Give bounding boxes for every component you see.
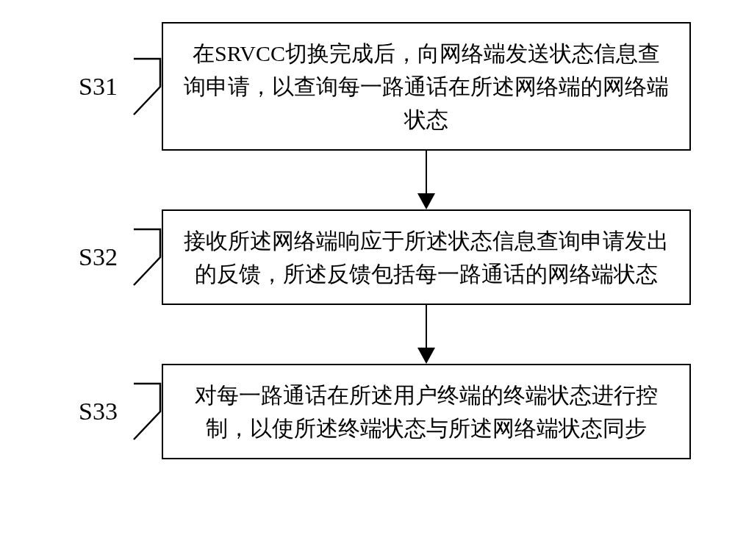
step-row-s31: S31 在SRVCC切换完成后，向网络端发送状态信息查询申请，以查询每一路通话在… [44,22,691,151]
step-label-s33: S33 [44,398,118,426]
flowchart-container: S31 在SRVCC切换完成后，向网络端发送状态信息查询申请，以查询每一路通话在… [0,0,735,481]
connector-bracket-icon [132,382,162,441]
connector-bracket-icon [132,57,162,116]
arrow-down-icon [417,193,435,209]
step-box-s32: 接收所述网络端响应于所述状态信息查询申请发出的反馈，所述反馈包括每一路通话的网络… [162,209,691,305]
arrow-s31-s32 [44,151,691,209]
step-row-s32: S32 接收所述网络端响应于所述状态信息查询申请发出的反馈，所述反馈包括每一路通… [44,209,691,305]
step-row-s33: S33 对每一路通话在所述用户终端的终端状态进行控制，以使所述终端状态与所述网络… [44,364,691,459]
step-label-s31: S31 [44,73,118,101]
arrow-s32-s33 [44,305,691,364]
connector-bracket-icon [132,228,162,287]
step-box-s31: 在SRVCC切换完成后，向网络端发送状态信息查询申请，以查询每一路通话在所述网络… [162,22,691,151]
arrow-down-icon [417,348,435,364]
step-box-s33: 对每一路通话在所述用户终端的终端状态进行控制，以使所述终端状态与所述网络端状态同… [162,364,691,459]
step-label-s32: S32 [44,243,118,271]
